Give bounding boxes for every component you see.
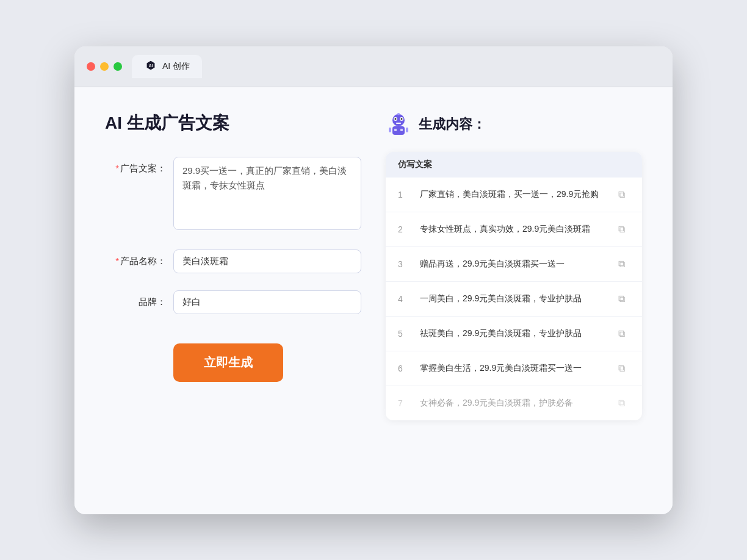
result-item: 5祛斑美白，29.9元美白淡斑霜，专业护肤品⧉ xyxy=(386,317,642,351)
copy-button[interactable]: ⧉ xyxy=(613,256,630,273)
result-item-number: 7 xyxy=(398,398,410,408)
svg-point-5 xyxy=(395,118,397,120)
ad-copy-label: *广告文案： xyxy=(105,157,166,174)
copy-icon: ⧉ xyxy=(618,328,625,339)
result-item-text: 祛斑美白，29.9元美白淡斑霜，专业护肤品 xyxy=(420,327,603,340)
result-item-number: 4 xyxy=(398,294,410,304)
copy-button[interactable]: ⧉ xyxy=(613,290,630,307)
brand-input[interactable] xyxy=(173,290,361,314)
svg-point-9 xyxy=(397,113,400,115)
ad-copy-input-wrap: 29.9买一送一，真正的厂家直销，美白淡斑霜，专抹女性斑点 xyxy=(173,157,361,232)
result-item-number: 1 xyxy=(398,190,410,199)
result-item: 3赠品再送，29.9元美白淡斑霜买一送一⧉ xyxy=(386,247,642,282)
ad-copy-row: *广告文案： 29.9买一送一，真正的厂家直销，美白淡斑霜，专抹女性斑点 xyxy=(105,157,361,232)
result-header: 生成内容： xyxy=(386,112,642,137)
main-layout: AI 生成广告文案 *广告文案： 29.9买一送一，真正的厂家直销，美白淡斑霜，… xyxy=(105,112,642,420)
result-item-number: 5 xyxy=(398,329,410,339)
copy-icon: ⧉ xyxy=(618,293,625,304)
brand-input-wrap xyxy=(173,290,361,314)
copy-button[interactable]: ⧉ xyxy=(613,325,630,342)
ad-copy-textarea[interactable]: 29.9买一送一，真正的厂家直销，美白淡斑霜，专抹女性斑点 xyxy=(173,157,361,230)
product-name-input-wrap xyxy=(173,249,361,273)
copy-button[interactable]: ⧉ xyxy=(613,221,630,238)
result-item-number: 6 xyxy=(398,364,410,373)
svg-text:AI: AI xyxy=(149,63,153,68)
tab-label: AI 创作 xyxy=(162,61,190,72)
svg-rect-7 xyxy=(396,123,401,124)
copy-button[interactable]: ⧉ xyxy=(613,360,630,377)
page-title: AI 生成广告文案 xyxy=(105,112,361,135)
svg-rect-11 xyxy=(394,129,397,131)
result-title: 生成内容： xyxy=(419,115,486,134)
copy-button[interactable]: ⧉ xyxy=(613,395,630,412)
copy-icon: ⧉ xyxy=(618,259,625,270)
copy-icon: ⧉ xyxy=(618,363,625,374)
robot-icon xyxy=(386,112,411,137)
product-name-required: * xyxy=(115,256,119,266)
result-item-text: 厂家直销，美白淡斑霜，买一送一，29.9元抢购 xyxy=(420,188,603,201)
product-name-input[interactable] xyxy=(173,249,361,273)
result-item: 6掌握美白生活，29.9元美白淡斑霜买一送一⧉ xyxy=(386,351,642,386)
svg-rect-14 xyxy=(406,127,408,132)
svg-rect-13 xyxy=(389,127,391,132)
traffic-lights xyxy=(87,62,122,71)
ai-tab-icon: AI xyxy=(144,60,157,73)
ad-copy-required: * xyxy=(115,163,119,173)
copy-button[interactable]: ⧉ xyxy=(613,186,630,203)
result-table: 仿写文案 1厂家直销，美白淡斑霜，买一送一，29.9元抢购⧉2专抹女性斑点，真实… xyxy=(386,152,642,420)
svg-rect-12 xyxy=(400,129,403,131)
maximize-button[interactable] xyxy=(114,62,122,71)
result-item: 4一周美白，29.9元美白淡斑霜，专业护肤品⧉ xyxy=(386,282,642,317)
browser-window: AI AI 创作 AI 生成广告文案 *广告文案： 29.9买一送一，真正的厂家… xyxy=(74,46,673,514)
result-item-number: 2 xyxy=(398,224,410,234)
result-item-number: 3 xyxy=(398,259,410,269)
ai-tab[interactable]: AI AI 创作 xyxy=(132,55,202,78)
generate-button[interactable]: 立即生成 xyxy=(173,343,283,382)
result-item-text: 赠品再送，29.9元美白淡斑霜买一送一 xyxy=(420,257,603,270)
result-items-container: 1厂家直销，美白淡斑霜，买一送一，29.9元抢购⧉2专抹女性斑点，真实功效，29… xyxy=(386,178,642,420)
copy-icon: ⧉ xyxy=(618,189,625,200)
close-button[interactable] xyxy=(87,62,95,71)
brand-row: 品牌： xyxy=(105,290,361,314)
result-item-text: 一周美白，29.9元美白淡斑霜，专业护肤品 xyxy=(420,292,603,305)
result-item: 7女神必备，29.9元美白淡斑霜，护肤必备⧉ xyxy=(386,386,642,420)
copy-icon: ⧉ xyxy=(618,224,625,235)
browser-content: AI 生成广告文案 *广告文案： 29.9买一送一，真正的厂家直销，美白淡斑霜，… xyxy=(74,87,673,514)
result-item-text: 掌握美白生活，29.9元美白淡斑霜买一送一 xyxy=(420,362,603,375)
product-name-label: *产品名称： xyxy=(105,249,166,267)
brand-label: 品牌： xyxy=(105,290,166,308)
result-item: 1厂家直销，美白淡斑霜，买一送一，29.9元抢购⧉ xyxy=(386,178,642,212)
left-panel: AI 生成广告文案 *广告文案： 29.9买一送一，真正的厂家直销，美白淡斑霜，… xyxy=(105,112,361,420)
result-table-header: 仿写文案 xyxy=(386,152,642,178)
right-panel: 生成内容： 仿写文案 1厂家直销，美白淡斑霜，买一送一，29.9元抢购⧉2专抹女… xyxy=(386,112,642,420)
result-item: 2专抹女性斑点，真实功效，29.9元美白淡斑霜⧉ xyxy=(386,212,642,247)
svg-point-6 xyxy=(401,118,403,120)
result-item-text: 专抹女性斑点，真实功效，29.9元美白淡斑霜 xyxy=(420,223,603,235)
copy-icon: ⧉ xyxy=(618,398,625,409)
product-name-row: *产品名称： xyxy=(105,249,361,273)
result-item-text: 女神必备，29.9元美白淡斑霜，护肤必备 xyxy=(420,397,603,409)
browser-titlebar: AI AI 创作 xyxy=(74,46,673,87)
minimize-button[interactable] xyxy=(100,62,109,71)
